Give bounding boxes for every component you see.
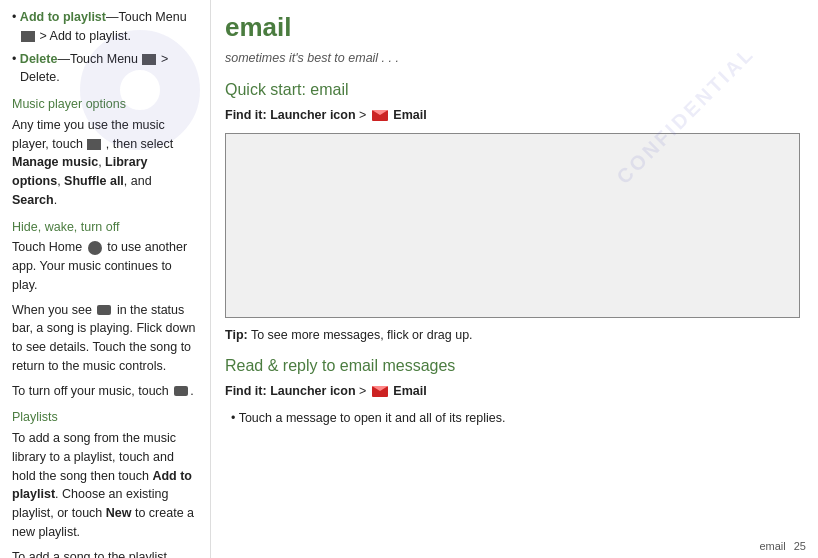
playlists-heading: Playlists: [12, 408, 198, 427]
email-icon: [372, 110, 388, 121]
music-player-body2: , then select: [106, 137, 173, 151]
find-it-line: Find it: Launcher icon > Email: [225, 106, 800, 125]
gt-separator: >: [359, 108, 370, 122]
email-screenshot: [225, 133, 800, 318]
menu-icon-delete: [142, 54, 156, 65]
read-reply-heading: Read & reply to email messages: [225, 354, 800, 378]
playlists-body1: To add a song from the music library to …: [12, 429, 198, 542]
playlists-text4: To add a song to the playlist you're pla…: [12, 550, 167, 559]
left-column: Add to playlist—Touch Menu > Add to play…: [0, 0, 210, 558]
home-icon: [88, 241, 102, 255]
gt-separator2: >: [359, 384, 370, 398]
and-search: , and: [124, 174, 152, 188]
find-it-label2: Find it:: [225, 384, 267, 398]
hide-wake-body2: When you see in the status bar, a song i…: [12, 301, 198, 376]
add-playlist-instruction: —Touch Menu: [106, 10, 187, 24]
music-player-body: Any time you use the music player, touch…: [12, 116, 198, 210]
launcher-icon-label2: Launcher icon: [270, 384, 355, 398]
email-icon2: [372, 386, 388, 397]
menu-icon-player: [87, 139, 101, 150]
right-column: email sometimes it's best to email . . .…: [210, 0, 818, 558]
email-title: email: [225, 8, 800, 47]
footer-page-number: 25: [794, 540, 806, 552]
touch-message-bullet: Touch a message to open it and all of it…: [225, 409, 800, 428]
hide-body5: To turn off your music, touch: [12, 384, 169, 398]
search-text: Search: [12, 193, 54, 207]
shuffle-all: Shuffle all: [64, 174, 124, 188]
playlists-body2: To add a song to the playlist you're pla…: [12, 548, 198, 559]
tip-line: Tip: To see more messages, flick or drag…: [225, 326, 800, 345]
delete-instruction: —Touch Menu: [57, 52, 138, 66]
hide-wake-body: Touch Home to use another app. Your musi…: [12, 238, 198, 294]
touch-message-text: Touch a message to open it and all of it…: [239, 411, 506, 425]
tip-body: To see more messages, flick or drag up.: [251, 328, 473, 342]
hide-body3: When you see: [12, 303, 92, 317]
quick-start-heading: Quick start: email: [225, 78, 800, 102]
delete-bullet: Delete—Touch Menu > Delete.: [12, 50, 198, 88]
delete-link: Delete: [20, 52, 58, 66]
add-playlist-action: > Add to playlist.: [39, 29, 130, 43]
stop-icon: [174, 386, 188, 396]
manage-music: Manage music: [12, 155, 98, 169]
menu-icon-add: [21, 31, 35, 42]
email-icon-label: Email: [393, 108, 426, 122]
find-it-label: Find it:: [225, 108, 267, 122]
email-subtitle: sometimes it's best to email . . .: [225, 49, 800, 68]
launcher-icon-label: Launcher icon: [270, 108, 355, 122]
footer-word: email: [759, 540, 785, 552]
find-it-line2: Find it: Launcher icon > Email: [225, 382, 800, 401]
email-icon-label2: Email: [393, 384, 426, 398]
music-player-heading: Music player options: [12, 95, 198, 114]
hide-wake-body3: To turn off your music, touch .: [12, 382, 198, 401]
hide-body1: Touch Home: [12, 240, 82, 254]
new-bold: New: [106, 506, 132, 520]
tip-label: Tip:: [225, 328, 248, 342]
play-icon: [97, 305, 111, 315]
hide-wake-heading: Hide, wake, turn off: [12, 218, 198, 237]
add-playlist-link: Add to playlist: [20, 10, 106, 24]
page-footer: email 25: [759, 540, 806, 552]
add-playlist-bullet: Add to playlist—Touch Menu > Add to play…: [12, 8, 198, 46]
